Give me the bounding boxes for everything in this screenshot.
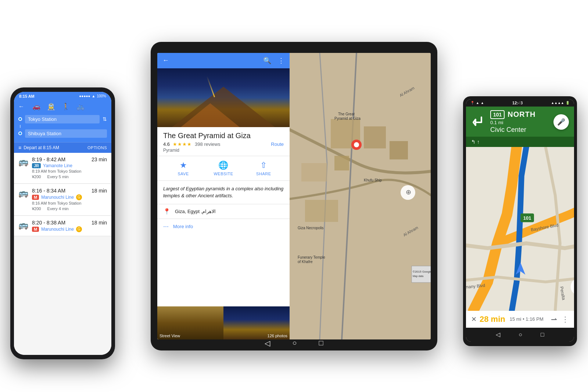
bike-mode-icon[interactable]: 🚲 xyxy=(76,103,85,111)
route2-times: 8:16 - 8:34 AM xyxy=(32,188,65,194)
android-back-icon[interactable]: ◁ xyxy=(496,331,500,338)
to-station[interactable]: Shibuya Station xyxy=(25,129,107,138)
place-type: Pyramid xyxy=(163,148,284,153)
save-icon: ★ xyxy=(180,161,187,170)
svg-rect-11 xyxy=(412,266,431,283)
place-name: The Great Pyramid at Giza xyxy=(163,132,284,140)
route2-from: 8:16 AM from Tokyo Station xyxy=(32,201,107,205)
share-label: SHARE xyxy=(256,172,271,176)
place-reviews: 398 reviews xyxy=(195,141,220,147)
nav-direction-header: 101 NORTH 0.1 mi Civic Center 🎤 xyxy=(466,107,574,137)
android-recent-icon[interactable]: □ xyxy=(541,331,544,338)
eta-duration: 28 min xyxy=(480,314,505,324)
more-options-icon[interactable]: ⋮ xyxy=(562,315,569,324)
tablet-more-icon[interactable]: ⋮ xyxy=(278,57,284,65)
svg-text:Map data: Map data xyxy=(413,275,423,278)
close-nav-button[interactable]: ✕ xyxy=(471,315,477,323)
transit-back-button[interactable]: ← xyxy=(18,103,24,110)
route1-times: 8:19 - 8:42 AM xyxy=(32,157,65,162)
svg-text:Funerary Temple: Funerary Temple xyxy=(298,255,325,259)
depart-text: Depart at 8:15 AM xyxy=(24,145,59,150)
route-button[interactable]: Route xyxy=(271,141,284,147)
tablet-left-panel: ← 🔍 ⋮ The Great Pyramid at Giza xyxy=(157,53,290,339)
svg-text:Giza Necropolis: Giza Necropolis xyxy=(298,226,324,230)
android-home-icon[interactable]: ○ xyxy=(519,331,522,338)
more-info-row[interactable]: ··· More info xyxy=(157,219,290,234)
route3-times: 8:20 - 8:38 AM xyxy=(32,220,65,226)
website-action-button[interactable]: 🌐 WEBSITE xyxy=(203,161,243,176)
svg-rect-6 xyxy=(305,200,338,222)
from-dot xyxy=(18,117,22,121)
transit-route-2[interactable]: 🚌 8:16 - 8:34 AM 18 min M Marunouchi Lin… xyxy=(14,184,111,216)
turn-arrow-icon xyxy=(471,114,487,130)
battery-label: 100% xyxy=(97,94,106,98)
options-button[interactable]: OPTIONS xyxy=(87,145,107,150)
walk-mode-icon[interactable]: 🚶 xyxy=(62,103,70,111)
address-row: 📍 Giza, Egypt ,الاهرام xyxy=(157,204,290,219)
save-action-button[interactable]: ★ SAVE xyxy=(163,161,203,176)
location-pin-icon: 📍 xyxy=(163,208,171,215)
tablet-nav-back[interactable]: ◁ xyxy=(265,339,270,348)
action-buttons-row: ★ SAVE 🌐 WEBSITE ⇧ SHARE xyxy=(157,156,290,181)
lane-straight-icon: ↑ xyxy=(477,139,480,145)
route-miles: 15 mi • 1:16 PM xyxy=(510,316,548,322)
route1-sep xyxy=(42,175,46,179)
sub-direction-bar: ↰ ↑ xyxy=(466,137,574,147)
route1-price: ¥200 xyxy=(32,175,41,179)
svg-text:of Khafre: of Khafre xyxy=(298,260,313,264)
share-action-button[interactable]: ⇧ SHARE xyxy=(244,161,284,176)
street-view-label: Street View xyxy=(159,334,180,338)
swap-stations-icon[interactable]: ⇅ xyxy=(103,116,107,122)
website-icon: 🌐 xyxy=(218,161,228,170)
filter-icon: ≡ xyxy=(18,145,21,151)
to-station-row: Shibuya Station xyxy=(18,128,107,139)
place-info-section: The Great Pyramid at Giza 4.6 ★★★★ 398 r… xyxy=(157,127,290,156)
nav-destination: Civic Center xyxy=(490,126,550,134)
nav-distance: 0.1 mi xyxy=(490,120,550,125)
transit-route-1[interactable]: 🚌 8:19 - 8:42 AM 23 min JR Yamanote Line… xyxy=(14,153,111,184)
svg-text:101: 101 xyxy=(523,215,531,221)
iphone-device: 8:15 AM ●●●●● ▲ 100% ← 🚗 🚊 🚶 🚲 xyxy=(10,87,115,359)
street-view-thumb[interactable]: Street View xyxy=(157,306,223,339)
transit-icon-2: 🚌 xyxy=(18,188,28,198)
tablet-nav-recent[interactable]: □ xyxy=(319,339,323,348)
navigation-map: 101 Bayshore Blvd Alemany Blvd Peralta → xyxy=(466,147,574,311)
iphone-indicators: ●●●●● ▲ 100% xyxy=(79,94,106,98)
arrival-time: 1:16 PM xyxy=(526,316,543,322)
route-options-icon[interactable]: ⇀ xyxy=(551,315,557,324)
nav-eta-bar: ✕ 28 min 15 mi • 1:16 PM ⇀ ⋮ xyxy=(466,311,574,328)
mic-button[interactable]: 🎤 xyxy=(553,114,569,130)
tablet-device: ← 🔍 ⋮ The Great Pyramid at Giza xyxy=(151,42,437,350)
svg-text:Khufu Ship: Khufu Ship xyxy=(364,178,382,182)
route2-line-badge: M xyxy=(32,195,39,200)
svg-text:Pyramid at Giza: Pyramid at Giza xyxy=(334,116,361,121)
route2-sep xyxy=(42,206,46,211)
from-station[interactable]: Tokyo Station xyxy=(25,115,100,123)
transit-route-3[interactable]: 🚌 8:20 - 8:38 AM 18 min M Marunouchi Lin… xyxy=(14,216,111,236)
route2-g-badge: G xyxy=(76,194,82,200)
share-icon: ⇧ xyxy=(260,161,267,170)
more-info-text: More info xyxy=(173,224,193,229)
route2-price: ¥200 xyxy=(32,206,41,211)
route2-line-name: Marunouchi Line xyxy=(41,195,74,200)
android-device: 📍 ▲ ▲ 12:48 ▲▲▲▲ 🔋 xyxy=(463,96,577,346)
tablet-search-icon[interactable]: 🔍 xyxy=(263,57,271,65)
miles-text: 15 mi xyxy=(510,316,521,322)
car-mode-icon[interactable]: 🚗 xyxy=(32,103,40,111)
to-dot xyxy=(18,132,22,135)
route-action-icons: ⇀ ⋮ xyxy=(551,315,569,324)
place-rating: 4.6 xyxy=(163,141,170,147)
highway-shield: 101 xyxy=(490,110,505,119)
android-signal: ▲▲▲▲ xyxy=(551,101,564,105)
photos-thumb[interactable]: 126 photos xyxy=(223,306,290,339)
website-label: WEBSITE xyxy=(214,172,233,176)
route3-duration: 18 min xyxy=(92,220,107,226)
lane-left-icon: ↰ xyxy=(471,139,476,145)
signal-icon: ▲ xyxy=(92,94,96,98)
route2-freq: Every 4 min xyxy=(47,206,69,211)
satellite-map: ⊕ ©2015 Google Map data The Great Pyrami… xyxy=(290,53,431,339)
tablet-back-icon[interactable]: ← xyxy=(162,57,169,64)
svg-rect-3 xyxy=(390,141,408,159)
transit-mode-icon[interactable]: 🚊 xyxy=(47,103,55,111)
tablet-nav-home[interactable]: ○ xyxy=(292,339,297,348)
